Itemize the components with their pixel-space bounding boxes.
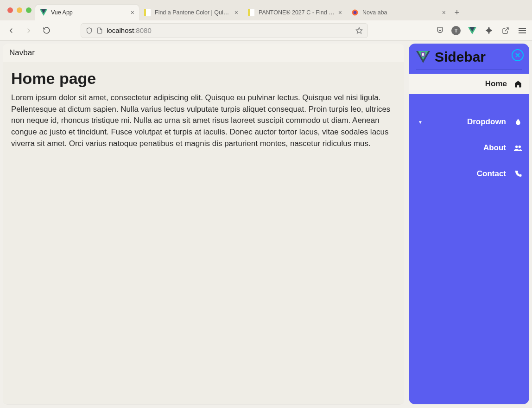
close-icon[interactable]: × xyxy=(442,9,446,16)
extension-icon[interactable] xyxy=(484,26,494,36)
navbar-brand: Navbar xyxy=(9,48,35,57)
svg-marker-8 xyxy=(356,27,362,33)
tab-title: Nova aba xyxy=(362,9,438,16)
svg-point-7 xyxy=(354,11,357,14)
page-paragraph: Lorem ipsum dolor sit amet, consectetur … xyxy=(11,92,396,149)
divider xyxy=(416,70,522,70)
tab-pantone-2[interactable]: PANTONE® 2027 C - Find a Pan × xyxy=(243,5,347,20)
tab-title: Find a Pantone Color | Quick On xyxy=(155,9,231,16)
toolbar-actions: T xyxy=(435,26,527,36)
sidebar: B Sidebar Home ▼ Dropdo xyxy=(409,44,529,404)
browser-window: Vue App × Find a Pantone Color | Quick O… xyxy=(0,0,532,408)
drop-icon xyxy=(513,118,523,126)
svg-text:B: B xyxy=(422,52,424,57)
pantone-icon xyxy=(247,9,255,16)
back-button[interactable] xyxy=(5,24,18,37)
users-icon xyxy=(513,144,523,152)
page-info-icon[interactable] xyxy=(96,27,103,34)
window-zoom-button[interactable] xyxy=(26,7,32,13)
window-controls xyxy=(4,0,35,20)
firefox-icon xyxy=(351,9,359,16)
sidebar-title: Sidebar xyxy=(435,49,486,65)
new-tab-button[interactable]: + xyxy=(450,5,463,20)
tab-nova-aba[interactable]: Nova aba × xyxy=(347,5,450,20)
browser-toolbar: localhost:8080 T xyxy=(0,20,532,41)
app-menu-button[interactable] xyxy=(517,26,527,36)
close-icon[interactable]: × xyxy=(131,9,134,16)
bootstrap-vue-icon: B xyxy=(416,51,430,63)
svg-point-19 xyxy=(519,146,521,148)
sidebar-item-contact[interactable]: Contact xyxy=(409,161,529,187)
bookmark-icon[interactable] xyxy=(355,27,363,34)
svg-rect-5 xyxy=(248,9,250,16)
window-minimize-button[interactable] xyxy=(17,7,22,13)
sidebar-close-button[interactable] xyxy=(512,49,524,61)
sidebar-item-label: About xyxy=(483,143,506,153)
svg-point-18 xyxy=(515,146,518,148)
sidebar-item-about[interactable]: About xyxy=(409,135,529,161)
main-content: Navbar Home page Lorem ipsum dolor sit a… xyxy=(3,44,404,404)
page-body: Home page Lorem ipsum dolor sit amet, co… xyxy=(3,62,404,158)
close-icon[interactable]: × xyxy=(338,9,342,16)
home-icon xyxy=(513,80,523,88)
sidebar-item-label: Home xyxy=(485,79,507,89)
address-bar[interactable]: localhost:8080 xyxy=(81,23,368,38)
svg-rect-3 xyxy=(144,9,146,16)
svg-line-11 xyxy=(505,28,508,31)
sidebar-body: ▼ Dropdown About Contact xyxy=(409,94,529,404)
url-text: localhost:8080 xyxy=(107,26,152,34)
sidebar-item-home[interactable]: Home xyxy=(409,74,529,94)
sidebar-item-label: Contact xyxy=(477,169,506,178)
sidebar-item-label: Dropdown xyxy=(467,117,506,127)
tab-pantone-1[interactable]: Find a Pantone Color | Quick On × xyxy=(139,5,243,20)
page-viewport: Navbar Home page Lorem ipsum dolor sit a… xyxy=(0,41,532,408)
account-badge[interactable]: T xyxy=(451,26,461,35)
tab-strip: Vue App × Find a Pantone Color | Quick O… xyxy=(0,0,532,20)
tab-vue-app[interactable]: Vue App × xyxy=(35,5,139,20)
forward-button[interactable] xyxy=(22,24,35,37)
sidebar-item-dropdown[interactable]: ▼ Dropdown xyxy=(409,109,529,135)
window-close-button[interactable] xyxy=(7,7,13,13)
reload-button[interactable] xyxy=(40,24,53,37)
shield-icon[interactable] xyxy=(86,27,93,34)
sidebar-header: B Sidebar xyxy=(409,44,529,74)
tab-title: Vue App xyxy=(51,9,127,16)
tab-title: PANTONE® 2027 C - Find a Pan xyxy=(259,9,335,16)
chevron-down-icon: ▼ xyxy=(418,120,423,125)
app-navbar[interactable]: Navbar xyxy=(3,44,404,62)
pantone-icon xyxy=(144,9,151,16)
vue-icon xyxy=(40,9,47,16)
open-external-icon[interactable] xyxy=(500,26,511,36)
close-icon[interactable]: × xyxy=(234,9,238,16)
tabs: Vue App × Find a Pantone Color | Quick O… xyxy=(35,0,528,20)
phone-icon xyxy=(513,170,523,178)
page-title: Home page xyxy=(11,70,396,88)
vue-devtools-icon[interactable] xyxy=(467,26,477,36)
pocket-icon[interactable] xyxy=(435,26,445,36)
